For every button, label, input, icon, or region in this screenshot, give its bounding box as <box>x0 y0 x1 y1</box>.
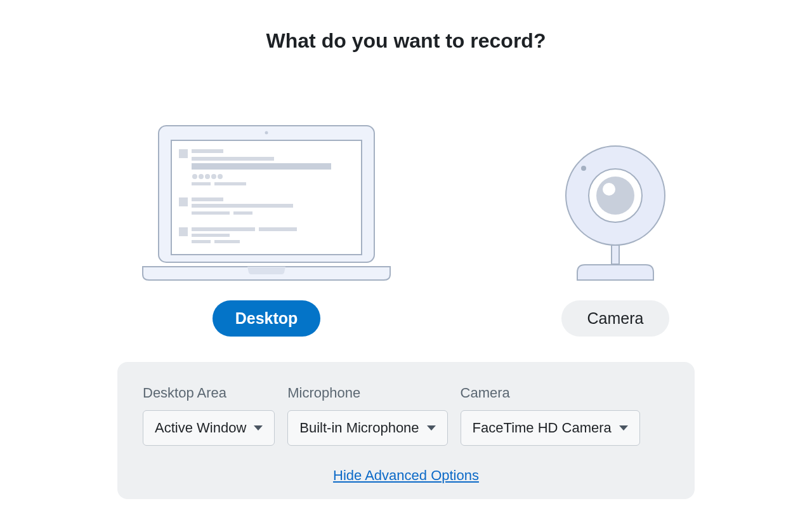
laptop-icon <box>140 116 393 281</box>
svg-rect-21 <box>259 227 297 231</box>
svg-rect-30 <box>612 245 619 264</box>
camera-value: FaceTime HD Camera <box>473 420 612 436</box>
chevron-down-icon <box>427 425 436 431</box>
svg-point-9 <box>205 174 210 179</box>
svg-rect-14 <box>179 197 188 206</box>
svg-rect-22 <box>192 234 230 237</box>
desktop-area-select[interactable]: Active Window <box>143 410 275 446</box>
desktop-area-group: Desktop Area Active Window <box>143 385 275 446</box>
camera-button[interactable]: Camera <box>561 300 669 337</box>
record-source-choices: Desktop Camera <box>0 116 812 337</box>
webcam-icon <box>558 116 672 281</box>
svg-rect-18 <box>233 211 252 215</box>
camera-select[interactable]: FaceTime HD Camera <box>461 410 640 446</box>
desktop-button[interactable]: Desktop <box>213 300 321 337</box>
svg-rect-19 <box>179 227 188 236</box>
svg-point-29 <box>603 183 615 196</box>
chevron-down-icon <box>619 425 628 431</box>
svg-point-8 <box>199 174 204 179</box>
svg-rect-17 <box>192 211 230 215</box>
choice-desktop: Desktop <box>140 116 393 337</box>
svg-rect-12 <box>192 182 211 185</box>
microphone-value: Built-in Microphone <box>299 420 419 436</box>
microphone-group: Microphone Built-in Microphone <box>287 385 447 446</box>
hide-advanced-options-link[interactable]: Hide Advanced Options <box>143 467 669 484</box>
svg-rect-20 <box>192 227 255 231</box>
desktop-area-value: Active Window <box>155 420 246 436</box>
microphone-select[interactable]: Built-in Microphone <box>287 410 447 446</box>
camera-group: Camera FaceTime HD Camera <box>461 385 640 446</box>
svg-rect-6 <box>192 163 331 170</box>
svg-point-28 <box>596 177 634 215</box>
svg-rect-5 <box>192 157 274 161</box>
svg-point-1 <box>265 131 268 135</box>
svg-rect-23 <box>192 240 211 243</box>
svg-rect-4 <box>192 149 223 153</box>
svg-point-26 <box>581 166 586 171</box>
svg-point-7 <box>192 174 197 179</box>
camera-label: Camera <box>461 385 640 401</box>
advanced-options-panel: Desktop Area Active Window Microphone Bu… <box>117 362 695 499</box>
page-title: What do you want to record? <box>0 29 812 53</box>
svg-rect-3 <box>179 149 188 158</box>
chevron-down-icon <box>254 425 263 431</box>
choice-camera: Camera <box>558 116 672 337</box>
microphone-label: Microphone <box>287 385 447 401</box>
svg-point-10 <box>211 174 216 179</box>
svg-rect-24 <box>214 240 240 243</box>
svg-point-11 <box>218 174 223 179</box>
advanced-selects-row: Desktop Area Active Window Microphone Bu… <box>143 385 669 446</box>
svg-rect-16 <box>192 204 293 208</box>
desktop-area-label: Desktop Area <box>143 385 275 401</box>
svg-rect-15 <box>192 197 223 201</box>
svg-rect-13 <box>214 182 246 185</box>
